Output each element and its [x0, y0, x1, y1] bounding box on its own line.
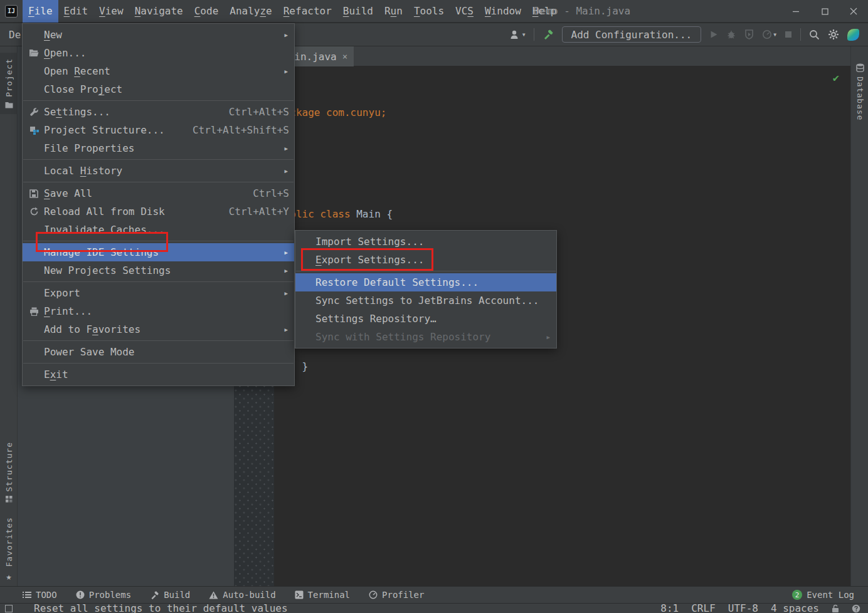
toolwindow-todo[interactable]: TODO	[23, 590, 57, 600]
menu-item-print[interactable]: Print...	[23, 302, 294, 320]
menu-item-local-history[interactable]: Local History▶	[23, 162, 294, 180]
gradient-plugin-icon[interactable]	[847, 29, 859, 41]
run-with-coverage-icon[interactable]	[744, 29, 754, 39]
menubar-navigate[interactable]: Navigate	[129, 0, 189, 23]
unlock-icon[interactable]	[832, 604, 839, 613]
database-icon	[856, 63, 864, 72]
stop-icon[interactable]	[785, 31, 792, 38]
menu-item-exit[interactable]: Exit	[23, 365, 294, 384]
menubar-refactor[interactable]: Refactor	[278, 0, 337, 23]
event-log-button[interactable]: 2 Event Log	[792, 590, 854, 600]
menu-item-sync-with-settings-repository: Sync with Settings Repository▶	[295, 328, 556, 346]
menu-item-settings-repository[interactable]: Settings Repository…	[295, 310, 556, 328]
menu-item-manage-ide-settings[interactable]: Manage IDE Settings▶	[23, 243, 294, 261]
sidebar-tab-project[interactable]: Project	[0, 53, 18, 114]
menu-item-new[interactable]: New▶	[23, 26, 294, 44]
inspection-profile-icon[interactable]	[852, 604, 860, 613]
toolwindow-problems[interactable]: Problems	[76, 590, 131, 600]
submenu-arrow-icon: ▶	[285, 249, 289, 256]
menu-item-settings[interactable]: Settings...Ctrl+Alt+S	[23, 103, 294, 121]
event-log-label: Event Log	[807, 590, 854, 600]
terminal-label: Terminal	[308, 590, 350, 600]
menu-separator	[23, 182, 294, 182]
menu-separator	[23, 241, 294, 241]
menu-separator	[23, 363, 294, 364]
project-tab-label: Project	[4, 58, 14, 97]
close-button[interactable]	[839, 0, 868, 23]
run-icon[interactable]	[709, 30, 718, 39]
save-icon	[26, 189, 41, 198]
sidebar-tab-structure[interactable]: Structure	[0, 436, 18, 508]
menu-item-close-project[interactable]: Close Project	[23, 80, 294, 98]
build-hammer-icon[interactable]	[542, 29, 554, 40]
menubar-file[interactable]: File	[23, 0, 58, 23]
menubar-code[interactable]: Code	[189, 0, 225, 23]
menubar-vcs[interactable]: VCS	[450, 0, 479, 23]
menubar-view[interactable]: View	[93, 0, 129, 23]
folder-open-icon	[26, 49, 41, 57]
menu-item-restore-default-settings[interactable]: Restore Default Settings...	[295, 273, 556, 291]
submenu-arrow-icon: ▶	[285, 68, 289, 75]
menu-item-new-projects-settings[interactable]: New Projects Settings▶	[23, 261, 294, 280]
menu-item-reload-from-disk[interactable]: Reload All from DiskCtrl+Alt+Y	[23, 202, 294, 221]
menu-item-sync-settings-jetbrains[interactable]: Sync Settings to JetBrains Account...	[295, 291, 556, 310]
menubar-edit[interactable]: Edit	[58, 0, 94, 23]
todo-list-icon	[23, 591, 31, 599]
toolwindow-autobuild[interactable]: Auto-build	[209, 590, 275, 600]
maximize-button[interactable]	[810, 0, 839, 23]
structure-tab-label: Structure	[4, 442, 14, 491]
minimize-button[interactable]	[781, 0, 810, 23]
todo-label: TODO	[36, 590, 57, 600]
caret-position[interactable]: 8:1	[660, 603, 679, 613]
event-log-badge: 2	[792, 590, 802, 600]
submenu-arrow-icon: ▶	[285, 145, 289, 152]
menubar-analyze[interactable]: Analyze	[224, 0, 277, 23]
user-account-icon[interactable]: ▼	[510, 29, 526, 39]
breadcrumb[interactable]: De	[9, 29, 21, 41]
right-tool-stripe: Database	[850, 46, 868, 586]
menubar-window[interactable]: Window	[479, 0, 527, 23]
toolwindow-build[interactable]: Build	[150, 590, 190, 600]
menu-item-save-all[interactable]: Save AllCtrl+S	[23, 184, 294, 202]
toolwindow-terminal[interactable]: Terminal	[295, 590, 350, 600]
menu-item-open[interactable]: Open...	[23, 44, 294, 62]
search-everywhere-icon[interactable]	[809, 29, 820, 40]
encoding-indicator[interactable]: UTF-8	[728, 603, 758, 613]
menu-item-export-settings[interactable]: Export Settings...	[295, 251, 556, 269]
menu-item-file-properties[interactable]: File Properties▶	[23, 139, 294, 157]
toolwindow-switcher-icon[interactable]	[5, 605, 13, 612]
favorites-tab-label: Favorites	[4, 517, 14, 567]
submenu-arrow-icon: ▶	[285, 168, 289, 174]
manage-ide-settings-submenu: Import Settings... Export Settings... Re…	[295, 230, 557, 348]
add-configuration-button[interactable]: Add Configuration...	[562, 26, 702, 43]
toolwindow-profiler[interactable]: Profiler	[369, 590, 424, 600]
inspection-ok-icon[interactable]: ✔	[833, 71, 839, 84]
menubar-run[interactable]: Run	[379, 0, 408, 23]
project-structure-icon	[26, 126, 41, 135]
debug-icon[interactable]	[726, 29, 736, 39]
menu-item-export[interactable]: Export▶	[23, 284, 294, 302]
menu-separator	[23, 340, 294, 341]
window-title: Demo - Main.java	[534, 0, 630, 23]
profiler-run-icon[interactable]: ▼	[762, 29, 776, 39]
menu-item-invalidate-caches[interactable]: Invalidate Caches...	[23, 221, 294, 239]
settings-gear-icon[interactable]	[828, 29, 839, 40]
terminal-icon	[295, 590, 304, 599]
tool-window-bar: TODO Problems Build Auto-build Terminal …	[0, 586, 868, 603]
sidebar-tab-favorites[interactable]: Favorites ★	[0, 511, 18, 588]
menu-item-power-save-mode[interactable]: Power Save Mode	[23, 343, 294, 361]
menubar-build[interactable]: Build	[337, 0, 379, 23]
menu-item-open-recent[interactable]: Open Recent▶	[23, 62, 294, 80]
sidebar-tab-database[interactable]: Database	[851, 58, 868, 127]
tab-close-icon[interactable]: ×	[342, 51, 347, 61]
menu-item-add-to-favorites[interactable]: Add to Favorites▶	[23, 320, 294, 338]
chevron-down-icon: ▼	[522, 32, 526, 38]
submenu-arrow-icon: ▶	[285, 32, 289, 38]
menu-item-project-structure[interactable]: Project Structure...Ctrl+Alt+Shift+S	[23, 121, 294, 139]
menu-item-import-settings[interactable]: Import Settings...	[295, 233, 556, 251]
wrench-icon	[26, 107, 41, 117]
indent-indicator[interactable]: 4 spaces	[771, 603, 819, 613]
build-label: Build	[164, 590, 190, 600]
menubar-tools[interactable]: Tools	[408, 0, 450, 23]
line-ending-indicator[interactable]: CRLF	[691, 603, 716, 613]
